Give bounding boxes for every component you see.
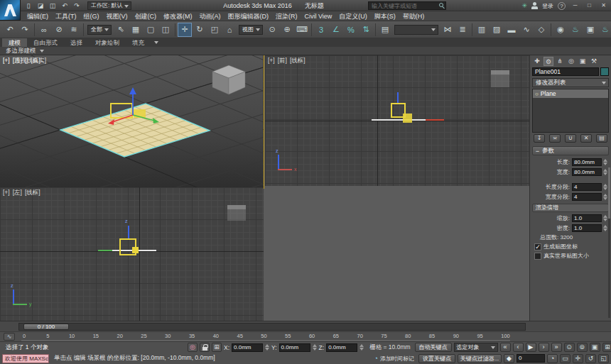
time-slider-handle[interactable]: 0 / 100 <box>23 324 69 330</box>
select-by-name-icon[interactable]: ▦ <box>129 23 143 37</box>
render-production-icon[interactable]: ♨ <box>598 23 611 37</box>
play-button[interactable]: ▶ <box>526 343 536 352</box>
help-icon[interactable]: ? <box>558 2 566 10</box>
percent-snap-toggle-icon[interactable]: % <box>344 23 358 37</box>
ribbon-options-icon[interactable] <box>151 38 161 47</box>
width-field[interactable]: 80.0mm <box>572 168 602 176</box>
go-to-start-button[interactable]: « <box>500 343 511 352</box>
viewport-menu-view[interactable]: [左] <box>13 189 22 197</box>
y-coord-spinner[interactable] <box>313 343 317 352</box>
named-selection-sets-combo[interactable] <box>394 25 438 35</box>
ribbon-tab-populate[interactable]: 填充 <box>126 38 151 47</box>
toggle-ribbon-icon[interactable]: ▬ <box>504 23 519 37</box>
menu-help[interactable]: 帮助(H) <box>399 11 428 21</box>
select-and-link-icon[interactable]: ∞ <box>37 23 51 37</box>
viewport-menu-plus[interactable]: [+] <box>3 57 10 65</box>
key-filters-button[interactable]: 关键点过滤器... <box>458 354 502 363</box>
zoom-icon[interactable]: ⊙ <box>564 343 575 352</box>
schematic-view-icon[interactable]: ◇ <box>534 23 548 37</box>
rendered-frame-window-icon[interactable]: ▣ <box>583 23 598 37</box>
mirror-icon[interactable]: ⋈ <box>440 23 455 37</box>
undo-icon-small[interactable]: ↶ <box>60 1 70 10</box>
menu-customize[interactable]: 自定义(U) <box>335 11 371 21</box>
menu-views[interactable]: 视图(V) <box>103 11 131 21</box>
menu-civil-view[interactable]: Civil View <box>301 11 336 21</box>
viewport-perspective[interactable]: [+] [透视] [真实] <box>0 55 264 189</box>
menu-group[interactable]: 组(G) <box>80 11 103 21</box>
scrollbar-thumb[interactable] <box>608 167 610 219</box>
ribbon-tab-freeform[interactable]: 自由形式 <box>27 38 64 47</box>
toggle-scene-explorer-icon[interactable]: ▥ <box>475 23 489 37</box>
select-and-scale-icon[interactable]: ◰ <box>207 23 222 37</box>
width-segs-field[interactable]: 4 <box>572 193 602 201</box>
selected-objects-combo[interactable]: 选定对象 <box>454 343 498 352</box>
y-coord-field[interactable]: 0.0mm <box>279 343 310 352</box>
modifier-stack[interactable]: ○ Plane <box>532 89 609 133</box>
sign-in-button[interactable]: 登录 <box>542 2 553 10</box>
previous-frame-button[interactable]: ‹ <box>513 343 524 352</box>
isolate-selection-toggle-icon[interactable]: ◎ <box>188 343 198 352</box>
zoom-all-icon[interactable]: ⊚ <box>577 343 588 352</box>
workspace-selector[interactable]: 工作区: 默认 <box>87 1 131 10</box>
view-cube[interactable] <box>227 205 246 221</box>
modifier-list-dropdown[interactable]: 修改器列表 <box>532 78 609 87</box>
undo-icon[interactable]: ↶ <box>3 23 17 37</box>
redo-icon[interactable]: ↷ <box>18 23 32 37</box>
hierarchy-tab-icon[interactable]: ⋔ <box>555 57 565 66</box>
set-key-button[interactable]: 设置关键点 <box>418 354 455 363</box>
modifier-stack-item[interactable]: ○ Plane <box>533 89 608 98</box>
length-segs-spinner[interactable] <box>602 182 608 192</box>
viewport-left[interactable]: [+] [左] [线框] z z y <box>0 187 264 321</box>
menu-animation[interactable]: 动画(A) <box>196 11 225 21</box>
real-world-map-size-checkbox[interactable] <box>534 253 541 260</box>
menu-modifiers[interactable]: 修改器(M) <box>160 11 196 21</box>
length-field[interactable]: 80.0mm <box>572 158 602 166</box>
close-button[interactable]: ✕ <box>599 1 608 9</box>
keyboard-shortcut-override-icon[interactable]: ⌨ <box>295 23 309 37</box>
material-editor-icon[interactable]: ◉ <box>553 23 568 37</box>
ribbon-tab-object-paint[interactable]: 对象绘制 <box>89 38 126 47</box>
search-input[interactable] <box>368 1 446 10</box>
rectangular-selection-region-icon[interactable]: ▢ <box>144 23 158 37</box>
viewport-menu-shading[interactable]: [线框] <box>25 189 40 197</box>
zoom-extents-icon[interactable]: ▣ <box>590 343 600 352</box>
polygon-modeling-panel[interactable]: 多边形建模 <box>0 47 46 55</box>
z-coord-field[interactable]: 0.0mm <box>326 343 357 352</box>
scale-field[interactable]: 1.0 <box>572 214 602 222</box>
menu-tools[interactable]: 工具(T) <box>52 11 80 21</box>
reference-coordinate-combo[interactable]: 视图 <box>239 25 263 35</box>
curve-editor-icon[interactable]: ∿ <box>519 23 534 37</box>
viewport-menu-shading[interactable]: [线框] <box>290 57 306 65</box>
select-and-manipulate-icon[interactable]: ⊕ <box>280 23 294 37</box>
x-coord-field[interactable]: 0.0mm <box>232 343 263 352</box>
new-scene-icon[interactable]: ▯ <box>23 1 33 10</box>
redo-icon-small[interactable]: ↷ <box>72 1 82 10</box>
angle-snap-toggle-icon[interactable]: ∠ <box>329 23 343 37</box>
pan-view-icon[interactable]: ✛ <box>573 354 583 363</box>
zoom-extents-all-icon[interactable]: ⊞ <box>602 343 611 352</box>
3ds-max-logo[interactable] <box>0 0 21 21</box>
generate-mapping-coords-checkbox[interactable]: ✓ <box>534 243 541 250</box>
configure-modifier-sets-icon[interactable]: ▤ <box>596 134 607 143</box>
key-mode-toggle-icon[interactable]: ◆ <box>504 354 514 363</box>
rollout-collapse-icon[interactable]: − <box>533 148 542 155</box>
motion-tab-icon[interactable]: ◎ <box>566 57 576 66</box>
snaps-toggle-icon[interactable]: 3 <box>314 23 328 37</box>
maxscript-mini-listener[interactable]: 欢迎使用 MAXScript <box>2 354 49 363</box>
mini-curve-editor-icon[interactable]: ∿ <box>4 333 15 341</box>
ribbon-tab-selection[interactable]: 选择 <box>64 38 89 47</box>
field-of-view-icon[interactable]: ▭ <box>560 354 571 363</box>
time-slider-track[interactable]: 0 / 100 <box>18 323 526 331</box>
track-bar[interactable]: ∿ 0 5 10 15 20 25 30 35 40 45 50 55 60 6… <box>0 331 611 341</box>
pin-stack-icon[interactable]: ↧ <box>534 134 545 143</box>
maximize-button[interactable]: □ <box>585 1 594 9</box>
transform-type-in-toggle-icon[interactable]: ⊞ <box>212 343 222 352</box>
menu-graph-editors[interactable]: 图形编辑器(D) <box>225 11 273 21</box>
width-segs-spinner[interactable] <box>602 192 608 202</box>
render-setup-icon[interactable]: ♨ <box>568 23 583 37</box>
z-coord-spinner[interactable] <box>359 343 364 352</box>
selection-lock-toggle-icon[interactable] <box>200 343 210 352</box>
community-icon[interactable]: ✳ <box>521 2 527 9</box>
open-file-icon[interactable]: ◪ <box>36 1 45 10</box>
viewport-menu-plus[interactable]: [+] <box>268 57 275 65</box>
